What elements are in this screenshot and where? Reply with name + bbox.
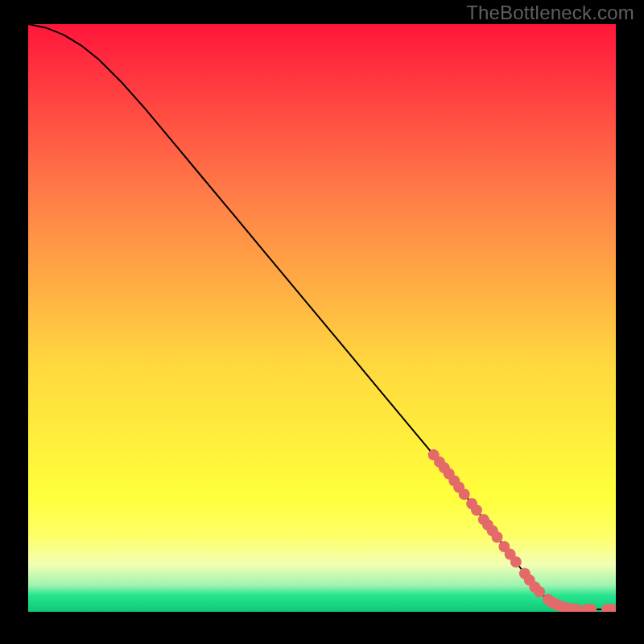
data-marker: [471, 505, 482, 516]
watermark-text: TheBottleneck.com: [466, 2, 634, 24]
data-marker: [459, 489, 470, 500]
data-marker: [492, 531, 503, 543]
plot-area: [28, 24, 616, 612]
data-marker: [510, 556, 522, 568]
data-marker: [534, 586, 545, 597]
gradient-background: [28, 24, 616, 612]
chart-frame: TheBottleneck.com: [0, 0, 644, 644]
chart-svg: [28, 24, 616, 612]
